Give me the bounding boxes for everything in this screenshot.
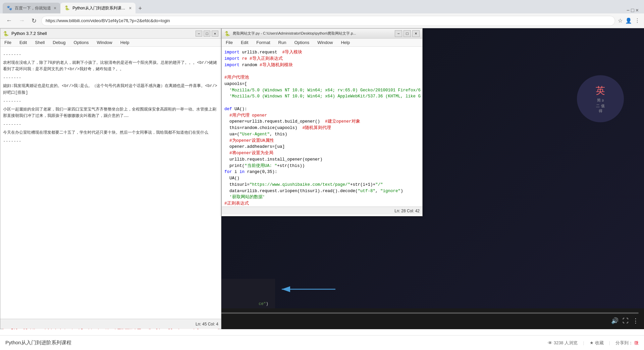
refresh-button[interactable]: ↻ xyxy=(30,16,39,26)
share-action[interactable]: 分享到： 微 xyxy=(615,340,639,346)
tab-baidu[interactable]: 🐾 百度一下，你就知道 × xyxy=(3,3,60,13)
editor-win-buttons: − □ × xyxy=(395,30,420,37)
back-button[interactable]: ← xyxy=(4,16,14,26)
win-maximize-btn[interactable]: □ xyxy=(631,7,634,13)
editor-position: Ln: 28 Col: 42 xyxy=(394,209,420,213)
text-block-3: 小区一起遛娃的全回了老家，我们一家四口宝里宝气齐齐整整坐台阶上，全程围观保安拿高… xyxy=(3,106,218,119)
tab-favicon-python: 🐍 xyxy=(64,5,70,11)
shell-maximize-btn[interactable]: □ xyxy=(204,31,210,37)
sep4: ------- xyxy=(3,122,218,127)
text-block-1: 农村现在没啥人了，除了70岁的老人，就剩下小孩了。比较清奇的是还有一个阳光男孩。… xyxy=(3,60,218,73)
sep2: ------- xyxy=(3,75,218,80)
collect-label: 收藏 xyxy=(595,340,604,346)
main-content-area: 英 简 ≥ 二 值 得 🐍 Python 3.7.2 Shell − □ × F… xyxy=(0,28,644,350)
shell-status-bar: Ln: 45 Col: 4 xyxy=(0,319,221,329)
editor-title: 爬取网站文字.py - C:\Users\Administrator\Deskt… xyxy=(233,31,394,36)
shell-menu-bar: File Edit Shell Debug Options Window Hel… xyxy=(0,39,221,47)
share-label: 分享到： xyxy=(615,340,633,346)
editor-menu-edit[interactable]: Edit xyxy=(239,39,250,46)
editor-menu-help[interactable]: Help xyxy=(339,39,351,46)
page-actions: 👁 3238 人浏览 | ★ 收藏 | 分享到： 微 xyxy=(548,340,639,346)
new-tab-button[interactable]: + xyxy=(136,4,145,13)
shell-title: Python 3.7.2 Shell xyxy=(11,31,47,36)
editor-menu-options[interactable]: Options xyxy=(293,39,311,46)
nav-bar: ← → ↻ ☆ 👤 ⋮ xyxy=(0,13,644,28)
more-options-button[interactable]: ⋮ xyxy=(633,317,639,324)
editor-close-btn[interactable]: × xyxy=(412,30,420,37)
editor-menu-format[interactable]: Format xyxy=(255,39,271,46)
collect-action[interactable]: ★ 收藏 xyxy=(590,340,604,346)
shell-titlebar: 🐍 Python 3.7.2 Shell − □ × xyxy=(0,29,221,39)
fullscreen-button[interactable]: ⛶ xyxy=(623,317,629,324)
tab-favicon-baidu: 🐾 xyxy=(7,5,12,11)
file-editor-window: 🐍 爬取网站文字.py - C:\Users\Administrator\Des… xyxy=(221,28,423,216)
python-shell-window: 🐍 Python 3.7.2 Shell − □ × File Edit She… xyxy=(0,28,221,329)
arrow-annotation xyxy=(275,282,342,297)
editor-maximize-btn[interactable]: □ xyxy=(404,30,411,37)
tab-python[interactable]: 🐍 Python从入门到进阶系列课程·爬 × xyxy=(60,3,136,13)
win-minimize-btn[interactable]: − xyxy=(627,7,630,13)
text-block-2: 媳妇:我发现离婚证也是红皮的。<br/>我:是么。（这个句号代表我对这个话题不感… xyxy=(3,83,218,96)
shell-close-btn[interactable]: × xyxy=(212,31,218,37)
editor-minimize-btn[interactable]: − xyxy=(395,30,402,37)
text-block-4: 今天在办公室吐槽现在理发都要二十五了，学生时代还只要十块。然后一个女同事说，我给… xyxy=(3,130,218,136)
deco-circle: 英 简 ≥ 二 值 得 xyxy=(577,75,624,122)
divider-1: | xyxy=(583,340,584,345)
shell-menu-debug[interactable]: Debug xyxy=(51,39,67,46)
sep1: ------- xyxy=(3,52,218,57)
arrow-svg xyxy=(275,282,342,296)
forward-button[interactable]: → xyxy=(17,16,27,26)
shell-menu-shell[interactable]: Shell xyxy=(34,39,46,46)
eye-icon: 👁 xyxy=(548,340,552,346)
nav-actions: ☆ 👤 ⋮ xyxy=(618,17,640,24)
tab-close-baidu[interactable]: × xyxy=(54,5,56,11)
editor-status-bar: Ln: 28 Col: 42 xyxy=(222,207,422,215)
shell-position: Ln: 45 Col: 4 xyxy=(196,322,218,326)
weibo-icon: 微 xyxy=(634,340,639,346)
page-title: Python从入门到进阶系列课程 xyxy=(5,340,71,346)
editor-menu-window[interactable]: Window xyxy=(316,39,334,46)
shell-menu-edit[interactable]: Edit xyxy=(18,39,28,46)
sep3: ------- xyxy=(3,99,218,104)
views-count: 👁 3238 人浏览 xyxy=(548,340,578,346)
bookmark-star-btn[interactable]: ☆ xyxy=(618,17,623,24)
tab-close-python[interactable]: × xyxy=(129,5,131,11)
editor-menu-run[interactable]: Run xyxy=(277,39,288,46)
address-bar[interactable] xyxy=(41,16,615,26)
bottom-bar: Python从入门到进阶系列课程 👁 3238 人浏览 | ★ 收藏 | 分享到… xyxy=(0,335,644,350)
views-text: 3238 人浏览 xyxy=(554,340,578,346)
editor-titlebar: 🐍 爬取网站文字.py - C:\Users\Administrator\Des… xyxy=(222,29,422,39)
tab-title-baidu: 百度一下，你就知道 xyxy=(15,5,51,11)
divider-2: | xyxy=(609,340,610,345)
editor-menu-bar: File Edit Format Run Options Window Help xyxy=(222,39,422,47)
shell-menu-options[interactable]: Options xyxy=(72,39,90,46)
video-content: 英 简 ≥ 二 值 得 🐍 Python 3.7.2 Shell − □ × F… xyxy=(0,28,644,329)
editor-code-area[interactable]: import urllib.request #导入模块 import re #导… xyxy=(222,47,422,207)
tab-bar: 🐾 百度一下，你就知道 × 🐍 Python从入门到进阶系列课程·爬 × + −… xyxy=(0,0,644,13)
account-btn[interactable]: 👤 xyxy=(625,17,632,24)
shell-content[interactable]: ------- 农村现在没啥人了，除了70岁的老人，就剩下小孩了。比较清奇的是还… xyxy=(0,47,221,317)
sep5: ------- xyxy=(3,139,218,144)
menu-btn[interactable]: ⋮ xyxy=(635,17,640,24)
shell-menu-file[interactable]: File xyxy=(3,39,13,46)
volume-button[interactable]: 🔊 xyxy=(611,317,619,324)
browser-chrome: 🐾 百度一下，你就知道 × 🐍 Python从入门到进阶系列课程·爬 × + −… xyxy=(0,0,644,28)
editor-menu-file[interactable]: File xyxy=(224,39,234,46)
shell-menu-window[interactable]: Window xyxy=(95,39,113,46)
tab-title-python: Python从入门到进阶系列课程·爬 xyxy=(72,5,126,11)
star-icon: ★ xyxy=(590,340,594,345)
shell-minimize-btn[interactable]: − xyxy=(196,31,202,37)
win-close-btn[interactable]: × xyxy=(636,7,639,13)
video-code-right-text: ce") xyxy=(259,302,268,306)
shell-menu-help[interactable]: Help xyxy=(119,39,131,46)
